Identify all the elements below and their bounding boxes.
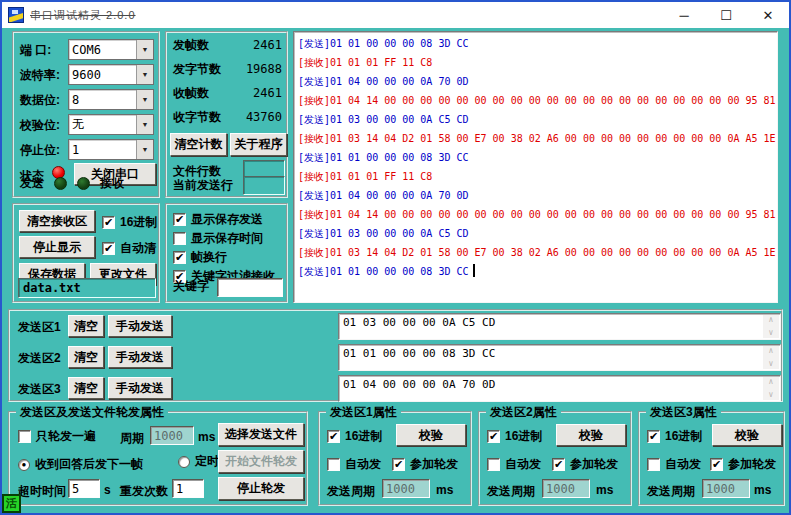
baud-select[interactable]: 9600 ▼: [68, 64, 154, 85]
hex-display-checkbox[interactable]: ✔ 16进制: [102, 214, 157, 231]
chevron-down-icon[interactable]: ▼: [136, 40, 153, 59]
tx-frames-label: 发帧数: [173, 37, 209, 54]
scrollbar[interactable]: ∧∨: [763, 346, 779, 369]
area1-hex-checkbox[interactable]: ✔ 16进制: [327, 428, 382, 445]
port-select[interactable]: COM6 ▼: [68, 39, 154, 60]
scroll-up-icon: ∧: [769, 316, 774, 324]
send-area-3-label: 发送区3: [18, 381, 61, 398]
rx-led-icon: [77, 177, 90, 190]
send-area-1-manual-button[interactable]: 手动发送: [108, 315, 172, 337]
scrollbar[interactable]: ∧∨: [763, 377, 779, 400]
area2-autosend-checkbox[interactable]: 自动发: [487, 456, 541, 473]
area2-hex-checkbox[interactable]: ✔ 16进制: [487, 428, 542, 445]
databits-value: 8: [69, 93, 136, 107]
area3-period-label: 发送周期: [647, 483, 695, 500]
app-icon: [8, 7, 24, 23]
minimize-icon[interactable]: ─: [663, 2, 705, 28]
area1-period-label: 发送周期: [327, 483, 375, 500]
stop-cycle-button[interactable]: 停止轮发: [218, 477, 304, 500]
keyword-label: 关键字: [173, 278, 209, 295]
close-icon[interactable]: ✕: [747, 2, 789, 28]
show-save-send-checkbox[interactable]: ✔ 显示保存发送: [173, 211, 263, 228]
timer-radio[interactable]: 定时: [178, 453, 219, 470]
tx-bytes-value: 19688: [246, 62, 282, 76]
scroll-down-icon: ∨: [769, 360, 774, 368]
about-button[interactable]: 关于程序: [230, 133, 287, 156]
send-area-2-input[interactable]: 01 01 00 00 00 08 3D CC ∧∨: [338, 344, 781, 371]
baud-label: 波特率:: [20, 67, 60, 84]
start-file-cycle-button[interactable]: 开始文件轮发: [218, 450, 304, 473]
timeout-input[interactable]: 5: [68, 479, 100, 498]
receive-control-panel: 清空接收区 ✔ 16进制 停止显示 ✔ 自动清 保存数据 更改文件 data.t…: [12, 203, 160, 303]
send-area-2-manual-button[interactable]: 手动发送: [108, 346, 172, 368]
stopbits-label: 停止位:: [20, 142, 60, 159]
save-filename-field[interactable]: data.txt: [18, 278, 156, 298]
log-line: [发送]01 03 00 00 00 0A C5 CD: [298, 110, 777, 129]
databits-select[interactable]: 8 ▼: [68, 89, 154, 110]
keyword-input[interactable]: [217, 278, 283, 297]
auto-clear-checkbox[interactable]: ✔ 自动清: [102, 240, 156, 257]
send-area-1-input[interactable]: 01 03 00 00 00 0A C5 CD ∧∨: [338, 313, 781, 340]
log-line: [接收]01 01 01 FF 11 C8: [298, 53, 777, 72]
area1-join-cycle-checkbox[interactable]: ✔ 参加轮发: [392, 456, 458, 473]
current-line-label: 当前发送行: [173, 178, 233, 192]
tx-frames-value: 2461: [253, 38, 282, 52]
stop-display-button[interactable]: 停止显示: [19, 236, 95, 258]
send-area-3-input[interactable]: 01 04 00 00 00 0A 70 0D ∧∨: [338, 375, 781, 402]
send-area-2-clear-button[interactable]: 清空: [68, 346, 104, 368]
log-line: [接收]01 03 14 04 D2 01 58 00 E7 00 38 02 …: [298, 243, 777, 262]
checkbox-icon: [327, 458, 340, 471]
receive-log[interactable]: [发送]01 01 00 00 00 08 3D CC [接收]01 01 01…: [293, 31, 778, 303]
select-send-file-button[interactable]: 选择发送文件: [218, 423, 304, 446]
send-area-1-props-group: 发送区1属性 ✔ 16进制 校验 自动发 ✔ 参加轮发 发送周期 1000 ms: [318, 411, 472, 506]
scrollbar[interactable]: ∧∨: [763, 315, 779, 338]
parity-label: 校验位:: [20, 117, 60, 134]
chevron-down-icon[interactable]: ▼: [136, 90, 153, 109]
parity-value: 无: [69, 116, 136, 133]
retry-input[interactable]: 1: [172, 479, 204, 498]
area3-hex-checkbox[interactable]: ✔ 16进制: [647, 428, 702, 445]
chevron-down-icon[interactable]: ▼: [136, 140, 153, 159]
period-input: 1000: [150, 426, 194, 445]
period-label: 周期: [120, 430, 144, 447]
parity-select[interactable]: 无 ▼: [68, 114, 154, 135]
chevron-down-icon[interactable]: ▼: [136, 115, 153, 134]
cycle-once-checkbox[interactable]: 只轮发一遍: [18, 428, 96, 445]
checkbox-icon: [18, 430, 31, 443]
area3-join-cycle-checkbox[interactable]: ✔ 参加轮发: [710, 456, 776, 473]
tx-led-icon: [54, 177, 67, 190]
area1-period-input: 1000: [382, 479, 430, 498]
text-cursor: [473, 264, 475, 277]
send-area-3-clear-button[interactable]: 清空: [68, 377, 104, 399]
baud-value: 9600: [69, 68, 136, 82]
title-bar: 串口调试精灵 2.0.0 ─ ☐ ✕: [2, 2, 789, 28]
port-value: COM6: [69, 43, 136, 57]
send-area-1-clear-button[interactable]: 清空: [68, 315, 104, 337]
display-options-panel: ✔ 显示保存发送 显示保存时间 ✔ 帧换行 ✔ 关键字过滤接收 关键字: [165, 203, 288, 303]
tx-bytes-label: 发字节数: [173, 61, 221, 78]
checkbox-icon: [173, 232, 186, 245]
seconds-label: s: [104, 483, 111, 497]
maximize-icon[interactable]: ☐: [705, 2, 747, 28]
area2-verify-button[interactable]: 校验: [556, 424, 626, 446]
window-title: 串口调试精灵 2.0.0: [30, 8, 136, 23]
clear-receive-button[interactable]: 清空接收区: [19, 210, 95, 232]
stopbits-select[interactable]: 1 ▼: [68, 139, 154, 160]
send-area-3-props-group: 发送区3属性 ✔ 16进制 校验 自动发 ✔ 参加轮发 发送周期 1000 ms: [638, 411, 785, 506]
tx-label: 发送: [20, 175, 44, 192]
area1-verify-button[interactable]: 校验: [396, 424, 466, 446]
send-area-3-manual-button[interactable]: 手动发送: [108, 377, 172, 399]
clear-counters-button[interactable]: 清空计数: [170, 133, 227, 156]
area3-autosend-checkbox[interactable]: 自动发: [647, 456, 701, 473]
area3-verify-button[interactable]: 校验: [712, 424, 782, 446]
show-save-time-checkbox[interactable]: 显示保存时间: [173, 230, 263, 247]
area2-join-cycle-checkbox[interactable]: ✔ 参加轮发: [552, 456, 618, 473]
area1-autosend-checkbox[interactable]: 自动发: [327, 456, 381, 473]
send-area-1-label: 发送区1: [18, 319, 61, 336]
frame-newline-checkbox[interactable]: ✔ 帧换行: [173, 249, 227, 266]
area2-period-label: 发送周期: [487, 483, 535, 500]
ime-indicator-icon[interactable]: 活: [2, 494, 21, 513]
send-areas-box: 发送区1 清空 手动发送 01 03 00 00 00 0A C5 CD ∧∨ …: [8, 309, 783, 402]
chevron-down-icon[interactable]: ▼: [136, 65, 153, 84]
after-reply-radio[interactable]: ● 收到回答后发下一帧: [18, 456, 143, 473]
